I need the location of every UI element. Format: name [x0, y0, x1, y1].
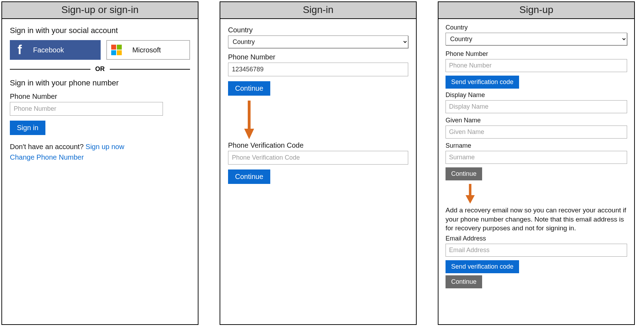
no-account-text: Don't have an account? [10, 143, 86, 151]
flow-arrow-icon [463, 184, 477, 204]
microsoft-button-label: Microsoft [132, 46, 161, 54]
continue-button-final[interactable]: Continue [446, 275, 482, 288]
panel-title: Sign-up [438, 2, 634, 19]
signin-button[interactable]: Sign in [10, 121, 45, 135]
continue-button-step1[interactable]: Continue [228, 81, 270, 96]
verification-code-label: Phone Verification Code [228, 141, 408, 149]
continue-button-profile[interactable]: Continue [446, 167, 482, 180]
surname-input[interactable] [446, 151, 627, 164]
send-code-button-email[interactable]: Send verification code [446, 260, 519, 273]
microsoft-icon [111, 45, 122, 55]
flow-arrow-icon [242, 101, 256, 139]
or-divider: OR [10, 65, 190, 73]
svg-marker-1 [244, 129, 254, 139]
signup-now-link[interactable]: Sign up now [86, 143, 124, 151]
phone-signin-heading: Sign in with your phone number [10, 78, 190, 88]
phone-label: Phone Number [446, 50, 627, 58]
given-name-label: Given Name [446, 117, 627, 124]
panel-signup: Sign-up Country Country Phone Number Sen… [438, 1, 635, 325]
country-select[interactable]: Country [228, 36, 408, 48]
email-label: Email Address [446, 235, 627, 242]
verification-code-input[interactable] [228, 151, 408, 165]
panel-title: Sign-in [220, 2, 416, 19]
svg-marker-3 [466, 195, 475, 204]
phone-input[interactable] [228, 63, 408, 76]
panel-signup-or-signin: Sign-up or sign-in Sign in with your soc… [1, 1, 198, 325]
country-label: Country [446, 24, 627, 31]
microsoft-button[interactable]: Microsoft [106, 40, 190, 60]
phone-label: Phone Number [10, 92, 190, 101]
facebook-icon: f [14, 44, 25, 56]
phone-label: Phone Number [228, 53, 408, 61]
social-signin-heading: Sign in with your social account [10, 26, 190, 35]
surname-label: Surname [446, 142, 627, 149]
continue-button-step2[interactable]: Continue [228, 169, 270, 184]
panel-signin: Sign-in Country Country Phone Number Con… [220, 1, 417, 325]
facebook-button-label: Facebook [33, 46, 64, 54]
send-code-button-phone[interactable]: Send verification code [446, 76, 519, 89]
change-phone-link[interactable]: Change Phone Number [10, 153, 84, 161]
country-label: Country [228, 26, 408, 34]
given-name-input[interactable] [446, 126, 627, 139]
recovery-email-note: Add a recovery email now so you can reco… [446, 206, 627, 233]
display-name-label: Display Name [446, 91, 627, 99]
facebook-button[interactable]: f Facebook [10, 40, 101, 60]
country-select[interactable]: Country [446, 33, 627, 45]
phone-input[interactable] [446, 59, 627, 72]
phone-input[interactable] [10, 102, 163, 116]
display-name-input[interactable] [446, 100, 627, 113]
or-label: OR [90, 65, 110, 73]
panel-title: Sign-up or sign-in [2, 2, 198, 19]
email-input[interactable] [446, 244, 627, 257]
